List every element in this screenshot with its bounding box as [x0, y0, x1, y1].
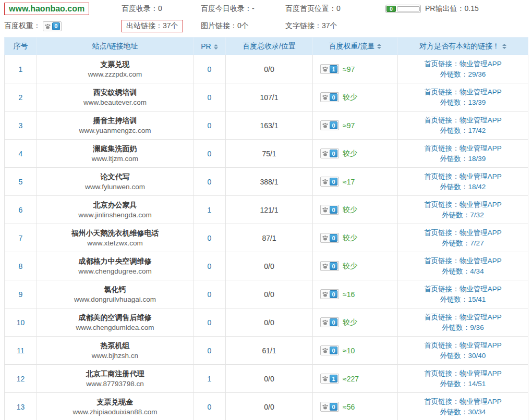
sort-icon[interactable]	[377, 44, 381, 49]
site-url[interactable]: www.bjhzsh.cn	[37, 351, 193, 361]
site-url[interactable]: www.yuanmengzc.com	[37, 126, 193, 135]
home-link-text[interactable]: 首页链接：物业管理APP	[398, 340, 528, 351]
site-url[interactable]: www.beautever.com	[37, 97, 193, 107]
col-header-weight[interactable]: 百度权重/流量	[313, 38, 398, 55]
paw-icon	[322, 291, 329, 298]
row-index: 2	[5, 83, 37, 112]
weight-traffic-cell: 0 ≈56	[313, 393, 398, 420]
site-cell: 支票兑现金 www.zhipiaoduixian88.com	[37, 393, 194, 420]
site-title: 成都美的空调售后维修	[37, 313, 193, 323]
pr-value: 1	[194, 196, 226, 224]
backlink-cell: 首页链接：物业管理APP 外链数：30/34	[398, 393, 528, 420]
site-title: 热泵机组	[37, 341, 193, 351]
baidu-weight-badge: 0	[320, 261, 339, 271]
backlink-cell: 首页链接：物业管理APP 外链数：18/39	[398, 140, 528, 168]
pr-value: 0	[194, 337, 226, 365]
site-url[interactable]: www.zhipiaoduixian88.com	[37, 407, 193, 417]
site-url[interactable]: www.chengdugree.com	[37, 266, 193, 276]
site-title: 成都格力中央空调维修	[37, 256, 193, 266]
outlink-count[interactable]: 外链数：18/39	[398, 154, 528, 164]
baidu-index-position: 107/1	[226, 83, 313, 112]
image-links-stat: 图片链接：0个	[201, 21, 285, 31]
sort-icon[interactable]	[214, 44, 218, 50]
outlink-count[interactable]: 外链数：29/36	[398, 69, 528, 80]
site-url[interactable]: www.dongruilvhuagai.com	[37, 294, 193, 304]
baidu-weight-badge: 0	[320, 289, 339, 299]
home-link-text[interactable]: 首页链接：物业管理APP	[398, 200, 528, 210]
backlink-cell: 首页链接：物业管理APP 外链数：13/39	[398, 83, 528, 112]
weight-traffic-cell: 1 ≈97	[313, 55, 398, 83]
home-link-text[interactable]: 首页链接：物业管理APP	[398, 115, 528, 126]
table-row: 1 支票兑现 www.zzzpdx.com 0 0/0 1 ≈97 首页链接：物…	[5, 55, 528, 83]
table-header-row: 序号 站点/链接地址 PR 百度总收录/位置 百度权重/流量 对方是否有本站的链…	[5, 38, 528, 55]
paw-icon	[322, 122, 329, 129]
site-cell: 热泵机组 www.bjhzsh.cn	[37, 337, 194, 365]
traffic-estimate: 较少	[343, 233, 357, 243]
home-link-text[interactable]: 首页链接：物业管理APP	[398, 171, 528, 182]
pr-value: 0	[194, 224, 226, 252]
backlink-cell: 首页链接：物业管理APP 外链数：7/32	[398, 196, 528, 224]
site-url[interactable]: www.jinlinshengda.com	[37, 210, 193, 220]
backlink-cell: 首页链接：物业管理APP 外链数：17/42	[398, 112, 528, 140]
baidu-weight-badge: 0	[320, 177, 339, 187]
row-index: 7	[5, 224, 37, 252]
baidu-index-position: 0/0	[226, 55, 313, 83]
table-row: 4 澜庭集洗面奶 www.ltjzm.com 0 75/1 0 较少 首页链接：…	[5, 140, 528, 168]
traffic-estimate: ≈10	[343, 347, 355, 355]
table-row: 10 成都美的空调售后维修 www.chengdumidea.com 0 0/0…	[5, 308, 528, 337]
table-row: 7 福州小天鹅洗衣机维修电话 www.xtefzwx.com 0 87/1 0 …	[5, 224, 528, 252]
site-url[interactable]: www.xtefzwx.com	[37, 238, 193, 248]
traffic-estimate: ≈16	[343, 290, 355, 299]
baidu-index-position: 0/0	[226, 308, 313, 337]
row-index: 3	[5, 112, 37, 140]
site-url[interactable]: www.ltjzm.com	[37, 154, 193, 164]
home-link-text[interactable]: 首页链接：物业管理APP	[398, 87, 528, 97]
backlink-cell: 首页链接：物业管理APP 外链数：18/42	[398, 168, 528, 196]
site-cell: 福州小天鹅洗衣机维修电话 www.xtefzwx.com	[37, 224, 194, 252]
home-link-text[interactable]: 首页链接：物业管理APP	[398, 284, 528, 294]
site-url[interactable]: www.chengdumidea.com	[37, 323, 193, 332]
outlink-count[interactable]: 外链数：30/34	[398, 407, 528, 417]
outlink-count[interactable]: 外链数：30/40	[398, 351, 528, 361]
site-cell: 成都美的空调售后维修 www.chengdumidea.com	[37, 308, 194, 337]
sort-icon[interactable]	[502, 44, 506, 49]
col-header-pr[interactable]: PR	[194, 38, 226, 55]
home-link-text[interactable]: 首页链接：物业管理APP	[398, 312, 528, 323]
traffic-estimate: ≈97	[343, 65, 355, 73]
weight-traffic-cell: 0 ≈97	[313, 112, 398, 140]
backlink-cell: 首页链接：物业管理APP 外链数：30/40	[398, 337, 528, 365]
outlink-count[interactable]: 外链数：14/51	[398, 379, 528, 389]
table-row: 9 氯化钙 www.dongruilvhuagai.com 0 0/0 0 ≈1…	[5, 280, 528, 308]
home-link-text[interactable]: 首页链接：物业管理APP	[398, 368, 528, 379]
weight-traffic-cell: 0 ≈10	[313, 337, 398, 365]
weight-traffic-cell: 1 ≈227	[313, 365, 398, 393]
home-link-text[interactable]: 首页链接：物业管理APP	[398, 59, 528, 69]
table-row: 12 北京工商注册代理 www.87793798.cn 1 0/0 1 ≈227…	[5, 365, 528, 393]
home-link-text[interactable]: 首页链接：物业管理APP	[398, 228, 528, 238]
outlink-count[interactable]: 外链数：13/39	[398, 97, 528, 108]
outlink-count[interactable]: 外链数：7/32	[398, 210, 528, 220]
site-cell: 播音主持培训 www.yuanmengzc.com	[37, 112, 194, 140]
site-url[interactable]: www.fylunwen.com	[37, 182, 193, 192]
baidu-weight-badge: 0	[320, 402, 339, 412]
outlink-count[interactable]: 外链数：4/34	[398, 266, 528, 277]
home-link-text[interactable]: 首页链接：物业管理APP	[398, 397, 528, 407]
outlink-count[interactable]: 外链数：18/42	[398, 182, 528, 192]
baidu-index-position: 61/1	[226, 337, 313, 365]
site-title: 北京工商注册代理	[37, 369, 193, 379]
traffic-estimate: 较少	[343, 262, 357, 271]
outlink-count[interactable]: 外链数：15/41	[398, 294, 528, 305]
home-link-text[interactable]: 首页链接：物业管理APP	[398, 256, 528, 266]
home-link-text[interactable]: 首页链接：物业管理APP	[398, 143, 528, 154]
traffic-estimate: 较少	[343, 205, 357, 215]
col-header-backlink[interactable]: 对方是否有本站的链接！	[398, 38, 528, 55]
outlink-count[interactable]: 外链数：17/42	[398, 126, 528, 136]
outlink-count[interactable]: 外链数：9/36	[398, 323, 528, 333]
queried-domain-box[interactable]: www.haonbao.com	[4, 3, 89, 15]
outlink-count[interactable]: 外链数：7/27	[398, 238, 528, 249]
baidu-weight-badge: 0	[320, 317, 339, 327]
weight-traffic-cell: 0 ≈17	[313, 168, 398, 196]
site-url[interactable]: www.zzzpdx.com	[37, 69, 193, 79]
pr-value: 0	[194, 252, 226, 280]
site-url[interactable]: www.87793798.cn	[37, 379, 193, 389]
